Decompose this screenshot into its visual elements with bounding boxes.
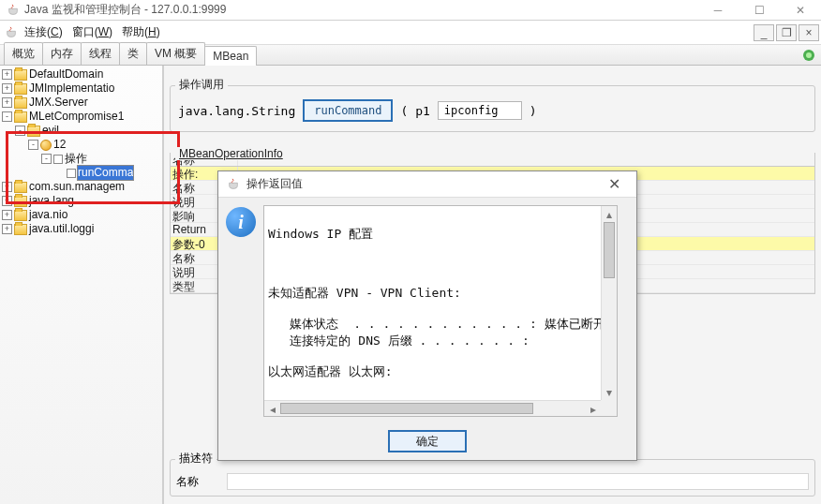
- descriptor-name-label: 名称: [176, 474, 221, 490]
- operation-invoke-title: 操作调用: [175, 77, 228, 93]
- return-value-dialog: 操作返回值 ✕ i Windows IP 配置 未知适配器 VPN - VPN …: [217, 170, 637, 461]
- tree-item[interactable]: +com.sun.managem: [2, 180, 162, 194]
- dialog-close-button[interactable]: ✕: [599, 175, 629, 193]
- folder-icon: [14, 224, 27, 235]
- folder-icon: [14, 111, 27, 123]
- java-icon: [226, 177, 241, 192]
- tree-item[interactable]: +DefaultDomain: [2, 67, 162, 82]
- vertical-scrollbar[interactable]: ▴ ▾: [601, 206, 617, 400]
- close-button[interactable]: ✕: [780, 0, 821, 21]
- inner-minimize-button[interactable]: _: [754, 24, 774, 41]
- collapse-icon[interactable]: -: [28, 140, 38, 150]
- return-type-label: java.lang.String: [178, 104, 295, 118]
- tree-item-label: MLetCompromise1: [29, 110, 124, 124]
- tab-概览[interactable]: 概览: [4, 42, 43, 65]
- tab-内存[interactable]: 内存: [42, 42, 82, 65]
- tree-item[interactable]: runComma: [2, 166, 162, 180]
- descriptor-title: 描述符: [175, 451, 216, 467]
- tree-item-label: JMImplementatio: [29, 82, 114, 96]
- leaf-icon: [67, 169, 76, 178]
- collapse-icon[interactable]: -: [2, 111, 12, 122]
- tree-item[interactable]: +java.lang: [2, 194, 162, 208]
- folder-icon: [14, 83, 27, 95]
- expand-icon[interactable]: +: [2, 83, 12, 94]
- tree-item-label: JMX.Server: [29, 96, 88, 110]
- tree-item-label: DefaultDomain: [29, 67, 103, 82]
- tree-item[interactable]: -evil: [2, 124, 162, 138]
- tab-MBean[interactable]: MBean: [204, 46, 257, 66]
- tab-bar: 概览内存线程类VM 概要MBean: [0, 45, 821, 66]
- info-icon: i: [226, 207, 256, 237]
- tree-item[interactable]: +JMX.Server: [2, 96, 162, 110]
- window-title: Java 监视和管理控制台 - 127.0.0.1:9999: [24, 2, 226, 18]
- bean-icon: [40, 140, 52, 151]
- param-close: ): [530, 104, 537, 118]
- row-value: [238, 153, 814, 166]
- expand-icon[interactable]: +: [2, 196, 12, 206]
- minimize-button[interactable]: ─: [697, 0, 739, 21]
- expand-icon[interactable]: +: [2, 97, 12, 108]
- ok-button[interactable]: 确定: [388, 430, 467, 452]
- tab-VM 概要[interactable]: VM 概要: [146, 42, 205, 65]
- java-icon: [4, 25, 19, 40]
- folder-icon: [14, 182, 27, 193]
- expand-icon[interactable]: +: [2, 210, 12, 220]
- tree-item-label: runComma: [78, 166, 133, 180]
- mbean-tree[interactable]: +DefaultDomain+JMImplementatio+JMX.Serve…: [0, 66, 162, 236]
- tree-item-label: 操作: [65, 152, 87, 166]
- connection-status-icon: [802, 49, 815, 62]
- menu-connect[interactable]: 连接(C): [24, 24, 63, 40]
- scrollbar-thumb[interactable]: [280, 403, 533, 414]
- collapse-icon[interactable]: -: [41, 154, 52, 164]
- tree-item-label: java.util.loggi: [29, 222, 94, 236]
- tree-item-label: evil: [42, 124, 59, 138]
- tree-item[interactable]: +JMImplementatio: [2, 82, 162, 96]
- tree-item[interactable]: -操作: [2, 152, 162, 166]
- folder-icon: [27, 126, 40, 137]
- tree-item[interactable]: -MLetCompromise1: [2, 110, 162, 124]
- tree-item-label: 12: [53, 138, 66, 152]
- menu-window[interactable]: 窗口(W): [72, 24, 112, 40]
- horizontal-scrollbar[interactable]: ◂ ▸: [264, 400, 601, 416]
- param-p1-input[interactable]: [438, 101, 522, 120]
- expand-icon[interactable]: +: [2, 69, 12, 80]
- folder-icon: [14, 196, 27, 207]
- collapse-icon[interactable]: -: [15, 126, 25, 136]
- inner-close-button[interactable]: ×: [799, 24, 819, 41]
- tree-item-label: java.lang: [29, 194, 74, 208]
- expand-icon[interactable]: +: [2, 224, 12, 234]
- java-icon: [6, 3, 21, 18]
- menu-help[interactable]: 帮助(H): [122, 24, 160, 40]
- dialog-title: 操作返回值: [246, 176, 599, 192]
- maximize-button[interactable]: ☐: [739, 0, 780, 21]
- mbean-operation-info-title: MBeanOperationInfo: [175, 147, 287, 160]
- tree-item-label: java.nio: [29, 208, 67, 222]
- tree-item[interactable]: -12: [2, 138, 162, 152]
- scrollbar-thumb[interactable]: [604, 222, 615, 278]
- run-command-button[interactable]: runCommand: [303, 99, 393, 122]
- inner-restore-button[interactable]: ❐: [776, 24, 797, 41]
- tab-类[interactable]: 类: [119, 42, 147, 65]
- tree-item[interactable]: +java.util.loggi: [2, 222, 162, 236]
- descriptor-name-field[interactable]: [227, 473, 809, 490]
- folder-icon: [14, 97, 27, 109]
- param-open: ( p1: [400, 104, 429, 118]
- folder-icon: [14, 69, 27, 81]
- tree-item[interactable]: +java.nio: [2, 208, 162, 222]
- tab-线程[interactable]: 线程: [81, 42, 120, 65]
- expand-icon[interactable]: +: [2, 182, 12, 192]
- leaf-icon: [53, 155, 63, 164]
- tree-item-label: com.sun.managem: [29, 180, 125, 194]
- return-value-textarea[interactable]: Windows IP 配置 未知适配器 VPN - VPN Client: 媒体…: [263, 205, 618, 417]
- svg-point-1: [806, 52, 812, 58]
- folder-icon: [14, 210, 27, 221]
